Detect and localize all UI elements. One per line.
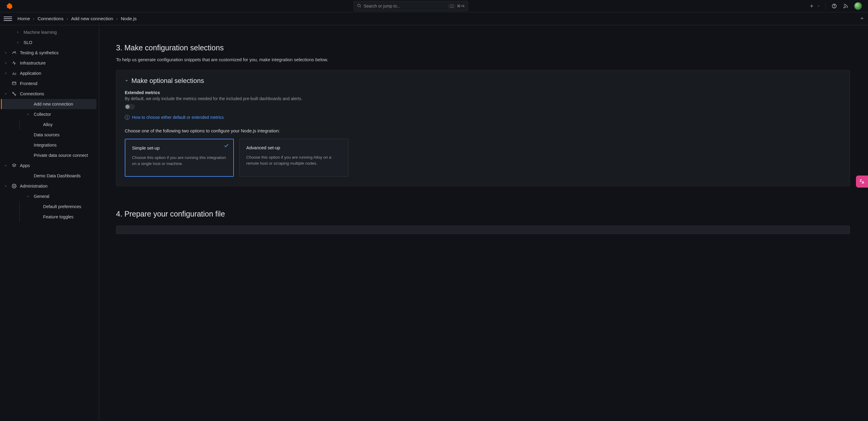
sidebar-item-alloy[interactable]: Alloy [20, 119, 96, 130]
sidebar-item-label: Application [20, 71, 41, 76]
option-title: Advanced set-up [246, 145, 341, 150]
chevron-down-icon [25, 113, 31, 116]
sidebar-item-label: Feature toggles [43, 214, 73, 219]
frontend-icon [11, 81, 17, 86]
svg-line-1 [360, 6, 361, 7]
sidebar-item-application[interactable]: Application [1, 68, 96, 79]
sidebar-item-label: Administration [20, 184, 48, 188]
panel-title: Make optional selections [131, 77, 204, 85]
chevron-right-icon: › [116, 16, 118, 22]
sidebar-item-feature-toggles[interactable]: Feature toggles [20, 212, 96, 222]
section-3-title: 3. Make configuration selections [116, 43, 850, 52]
search-placeholder: Search or jump to... [364, 4, 446, 8]
breadcrumb-current: Node.js [121, 16, 137, 22]
sidebar-item-label: Private data source connect [34, 153, 88, 158]
sidebar-item-private-data-source-connect[interactable]: Private data source connect [1, 150, 96, 160]
sidebar-item-administration[interactable]: Administration [1, 181, 96, 191]
sidebar-item-slo[interactable]: SLO [1, 37, 96, 48]
main-content: 3. Make configuration selections To help… [99, 25, 868, 421]
chevron-down-icon [3, 185, 8, 188]
menu-toggle-button[interactable] [4, 14, 12, 23]
sidebar-item-demo-data-dashboards[interactable]: Demo Data Dashboards [1, 171, 96, 181]
option-desc: Choose this option if you are running Al… [246, 154, 341, 166]
translate-button[interactable] [856, 176, 868, 188]
sidebar-item-testing-synthetics[interactable]: Testing & synthetics [1, 48, 96, 58]
sidebar-item-default-preferences[interactable]: Default preferences [20, 202, 96, 212]
svg-point-12 [844, 7, 844, 8]
svg-marker-22 [12, 164, 16, 166]
collapse-button[interactable] [860, 16, 864, 22]
sidebar-nav: Machine learningSLOTesting & syntheticsI… [0, 25, 99, 421]
sidebar-item-label: Collector [34, 112, 51, 117]
svg-rect-17 [12, 82, 16, 85]
chevron-down-icon[interactable] [817, 3, 820, 9]
option-advanced-setup[interactable]: Advanced set-up Choose this option if yo… [239, 139, 348, 177]
sidebar-item-apps[interactable]: Apps [1, 160, 96, 171]
svg-point-0 [358, 4, 360, 7]
breadcrumb-home[interactable]: Home [18, 16, 30, 22]
optional-selections-panel: Make optional selections Extended metric… [116, 70, 850, 186]
info-icon: i [125, 115, 130, 120]
chevron-down-icon [3, 92, 8, 95]
sidebar-item-integrations[interactable]: Integrations [1, 140, 96, 150]
extended-metrics-toggle[interactable] [125, 104, 135, 110]
sidebar-item-label: Add new connection [34, 102, 73, 107]
sidebar-item-label: Data sources [34, 132, 59, 137]
breadcrumb-connections[interactable]: Connections [38, 16, 64, 22]
chevron-right-icon [3, 51, 8, 54]
breadcrumb-add-new[interactable]: Add new connection [71, 16, 113, 22]
sidebar-item-collector[interactable]: Collector [1, 109, 96, 119]
sidebar-item-frontend[interactable]: Frontend [1, 79, 96, 89]
sidebar-item-label: Connections [20, 91, 44, 96]
chevron-down-icon [3, 164, 8, 167]
breadcrumb-bar: Home › Connections › Add new connection … [0, 12, 868, 25]
code-block-header [116, 225, 850, 234]
sidebar-item-label: Machine learning [24, 30, 57, 35]
sidebar-item-infrastructure[interactable]: Infrastructure [1, 58, 96, 68]
option-title: Simple set-up [132, 145, 227, 150]
user-avatar[interactable] [854, 2, 862, 10]
chevron-right-icon [3, 72, 8, 75]
sidebar-item-data-sources[interactable]: Data sources [1, 130, 96, 140]
sidebar-item-connections[interactable]: Connections [1, 89, 96, 99]
top-bar: Search or jump to... ⌘+k [0, 0, 868, 12]
chevron-down-icon [25, 195, 31, 198]
sidebar-item-general[interactable]: General [1, 191, 96, 202]
chevron-down-icon [125, 79, 128, 83]
apps-icon [11, 163, 17, 168]
choose-option-text: Choose one of the following two options … [125, 128, 841, 133]
search-icon [357, 3, 361, 9]
extended-metrics-label: Extended metrics [125, 90, 841, 95]
rss-icon[interactable] [843, 3, 849, 9]
section-3-subtitle: To help us generate configuration snippe… [116, 57, 850, 62]
sidebar-item-add-new-connection[interactable]: Add new connection [1, 99, 96, 109]
breadcrumbs: Home › Connections › Add new connection … [18, 16, 136, 22]
chevron-right-icon [15, 31, 21, 34]
sidebar-item-label: Demo Data Dashboards [34, 173, 81, 178]
sidebar-item-label: SLO [24, 40, 32, 45]
sidebar-item-label: General [34, 194, 50, 199]
sidebar-item-label: Default preferences [43, 204, 82, 209]
grafana-logo-icon[interactable] [5, 2, 13, 10]
keyboard-icon [448, 4, 455, 8]
info-link[interactable]: i How to choose either default or extend… [125, 115, 841, 120]
extended-metrics-desc: By default, we only include the metrics … [125, 96, 841, 101]
sidebar-item-machine-learning[interactable]: Machine learning [1, 27, 96, 37]
panel-header[interactable]: Make optional selections [125, 77, 841, 85]
option-simple-setup[interactable]: Simple set-up Choose this option if you … [125, 139, 234, 177]
add-button[interactable] [809, 3, 815, 9]
sidebar-item-label: Infrastructure [20, 61, 45, 65]
sidebar-item-label: Integrations [34, 143, 57, 148]
chevron-right-icon [3, 62, 8, 64]
search-input[interactable]: Search or jump to... ⌘+k [353, 1, 468, 11]
sidebar-item-label: Testing & synthetics [20, 50, 59, 55]
chevron-right-icon: › [33, 16, 34, 22]
sidebar-item-label: Apps [20, 163, 30, 168]
infra-icon [11, 60, 17, 66]
connections-icon [11, 91, 17, 96]
section-4-title: 4. Prepare your configuration file [116, 210, 850, 218]
help-icon[interactable] [831, 3, 837, 9]
app-icon [11, 70, 17, 76]
synthetics-icon [11, 50, 17, 56]
keyboard-shortcut: ⌘+k [448, 4, 464, 8]
